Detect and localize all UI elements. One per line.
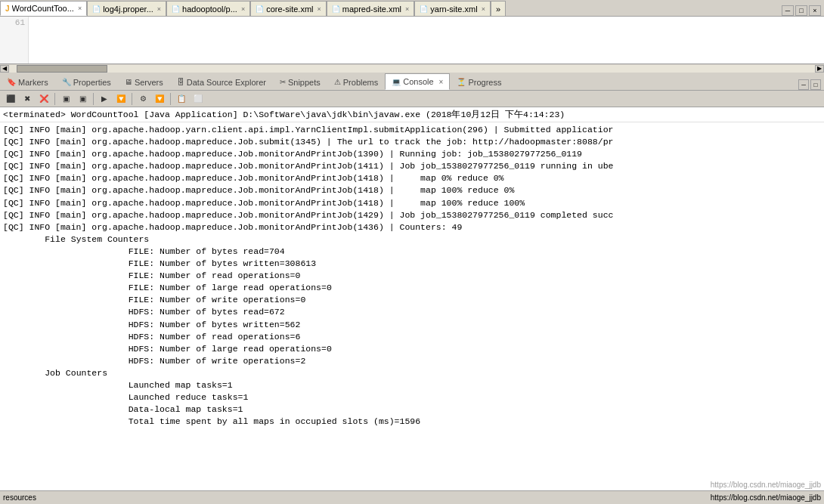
tab-icon: 📄 [256,5,264,13]
console-terminate-btn[interactable]: ✖ [20,92,35,106]
console-copy-btn[interactable]: 📋 [174,92,189,106]
console-pin-btn[interactable]: ▣ [58,92,73,106]
console-line: FILE: Number of bytes read=704 [3,246,821,258]
tab-close-button[interactable]: × [318,5,321,13]
main-layout: JWordCountToo...×📄log4j.proper...×📄hadoo… [0,0,824,504]
tab-close-button[interactable]: × [482,5,485,13]
panel-tab-icon: 💻 [392,78,401,86]
toolbar-separator [132,93,132,105]
console-line: [QC] INFO [main] org.apache.hadoop.mapre… [3,136,821,148]
console-line: HDFS: Number of bytes written=562 [3,319,821,331]
panel-tab-problems[interactable]: ⚠Problems [327,73,385,90]
panel-tab-icon: 🔧 [62,78,71,86]
toolbar-separator [170,93,171,105]
console-area[interactable]: [QC] INFO [main] org.apache.hadoop.yarn.… [0,122,824,490]
console-line: FILE: Number of write operations=0 [3,294,821,306]
panel-tab-label: Problems [343,78,378,87]
tab-label: core-site.xml [266,5,313,14]
panel-tab-label: Snippets [288,78,321,87]
panel-tab-label: Servers [135,78,163,87]
tab-yarn-site-xml[interactable]: 📄yarn-site.xml× [414,1,491,16]
console-line: Launched reduce tasks=1 [3,391,821,404]
panel-tab-label: Progress [468,78,501,87]
tab-label: WordCountToo... [12,4,74,13]
hscroll-right-arrow[interactable]: ▶ [815,65,824,73]
tab-close-button[interactable]: × [241,5,245,13]
console-line: FILE: Number of large read operations=0 [3,282,821,294]
console-lock-btn[interactable]: ▣ [75,92,90,106]
hscroll-left-arrow[interactable]: ◀ [0,65,9,73]
minimize-button[interactable]: ─ [782,5,794,16]
panel-tab-label: Properties [73,78,111,87]
panel-minimize-button[interactable]: ─ [798,79,809,90]
panel-tab-progress[interactable]: ⏳Progress [450,73,508,90]
console-line: HDFS: Number of write operations=2 [3,355,821,367]
toolbar-separator [93,93,94,105]
maximize-button[interactable]: □ [795,5,807,16]
tab-core-site-xml[interactable]: 📄core-site.xml× [250,1,327,16]
panel-tab-label: Data Source Explorer [187,78,266,87]
panel-tab-icon: ✂ [280,78,286,86]
console-line: [QC] INFO [main] org.apache.hadoop.mapre… [3,221,821,233]
close-button[interactable]: × [809,5,821,16]
console-line: HDFS: Number of large read operations=0 [3,343,821,355]
console-toolbar: ⬛✖❌▣▣▶🔽⚙🔽📋⬜ [0,91,824,107]
console-settings-btn[interactable]: ⚙ [135,92,150,106]
tab-close-button[interactable]: × [405,5,409,13]
console-run-dropdown[interactable]: 🔽 [113,92,129,106]
watermark: https://blog.csdn.net/miaoge_jjdb [711,481,821,489]
editor-hscroll[interactable]: ◀ ▶ [0,63,824,73]
tab-hadooptool-p---[interactable]: 📄hadooptool/p...× [166,1,250,16]
console-line: [QC] INFO [main] org.apache.hadoop.mapre… [3,184,821,196]
tab-close-button[interactable]: × [78,5,82,12]
console-line: Total time spent by all maps in occupied… [3,416,821,428]
console-line: FILE: Number of read operations=0 [3,270,821,282]
tab-icon: 📄 [420,5,428,13]
console-line: Job Counters [3,367,821,379]
panel-maximize-button[interactable]: □ [810,79,821,90]
console-line: HDFS: Number of read operations=6 [3,331,821,343]
tab-label: log4j.proper... [103,5,153,14]
tab-mapred-site-xml[interactable]: 📄mapred-site.xml× [327,1,415,16]
panel-tab-label: Console [403,77,433,86]
panel-tab-label: Markers [18,78,48,87]
panel-tab-console[interactable]: 💻Console× [385,73,450,90]
tab-overflow-button[interactable]: » [491,1,506,16]
window-controls: ─□× [782,5,824,16]
console-line: [QC] INFO [main] org.apache.hadoop.mapre… [3,148,821,160]
panel-tab-servers[interactable]: 🖥Servers [118,73,170,90]
hscroll-track[interactable] [9,65,815,73]
console-line: [QC] INFO [main] org.apache.hadoop.mapre… [3,160,821,172]
console-line: File System Counters [3,233,821,246]
tab-close-button[interactable]: × [157,5,161,13]
editor-gutter: 61 [0,17,29,63]
tab-icon: 📄 [332,5,340,13]
tab-wordcounttoo---[interactable]: JWordCountToo...× [0,1,87,16]
panel-tab-close-button[interactable]: × [439,78,444,86]
console-settings-dropdown[interactable]: 🔽 [152,92,167,106]
console-run-btn[interactable]: ▶ [97,92,112,106]
tab-label: mapred-site.xml [342,5,401,14]
panel-tab-properties[interactable]: 🔧Properties [55,73,118,90]
toolbar-separator [54,93,55,105]
console-clear2-btn[interactable]: ⬜ [191,92,206,106]
panel-tab-data-source-explorer[interactable]: 🗄Data Source Explorer [170,73,273,90]
panel-tab-snippets[interactable]: ✂Snippets [273,73,327,90]
panel-tab-icon: 🔖 [7,78,16,86]
hscroll-thumb[interactable] [17,65,107,73]
tab-label: yarn-site.xml [430,5,477,14]
status-bar: resources https://blog.csdn.net/miaoge_j… [0,490,824,504]
tab-bar: JWordCountToo...×📄log4j.proper...×📄hadoo… [0,0,824,17]
panel-tab-markers[interactable]: 🔖Markers [0,73,55,90]
console-clear-btn[interactable]: ❌ [36,92,51,106]
console-line: HDFS: Number of bytes read=672 [3,306,821,318]
console-line: [QC] INFO [main] org.apache.hadoop.mapre… [3,197,821,209]
tab-icon: 📄 [92,5,101,13]
console-stop-btn[interactable]: ⬛ [3,92,18,106]
editor-content[interactable] [29,17,824,63]
console-line: [QC] INFO [main] org.apache.hadoop.yarn.… [3,124,821,136]
panel-tabs-bar: 🔖Markers🔧Properties🖥Servers🗄Data Source … [0,73,824,91]
panel-tab-icon: ⏳ [457,78,466,86]
tab-log-j-proper---[interactable]: 📄log4j.proper...× [87,1,166,16]
console-line: [QC] INFO [main] org.apache.hadoop.mapre… [3,209,821,221]
